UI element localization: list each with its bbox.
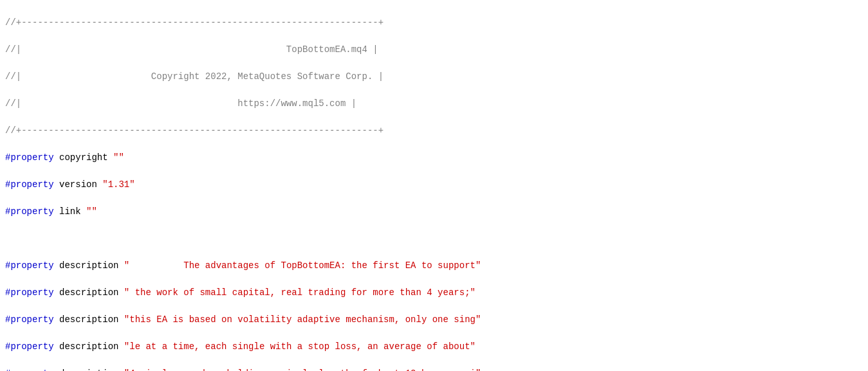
code-container: //+-------------------------------------… — [0, 0, 868, 371]
header-line-3: //| Copyright 2022, MetaQuotes Software … — [5, 71, 383, 82]
property-value-1: "" — [113, 152, 124, 163]
desc-name-4: description — [54, 341, 124, 352]
property-value-2: "1.31" — [102, 179, 134, 190]
property-keyword-3: #property — [5, 206, 54, 217]
desc-keyword-4: #property — [5, 341, 54, 352]
desc-value-1: " The advantages of TopBottomEA: the fir… — [124, 260, 481, 271]
property-name-2: version — [54, 179, 103, 190]
property-name-3: link — [54, 206, 86, 217]
desc-keyword-2: #property — [5, 287, 54, 298]
desc-keyword-3: #property — [5, 314, 54, 325]
desc-name-1: description — [54, 260, 124, 271]
desc-name-5: description — [54, 368, 124, 371]
header-line-1: //+-------------------------------------… — [5, 17, 383, 28]
desc-keyword-5: #property — [5, 368, 54, 371]
desc-name-2: description — [54, 287, 124, 298]
desc-value-3: "this EA is based on volatility adaptive… — [124, 314, 481, 325]
property-name-1: copyright — [54, 152, 113, 163]
property-keyword-2: #property — [5, 179, 54, 190]
property-keyword-1: #property — [5, 152, 54, 163]
property-value-3: "" — [86, 206, 97, 217]
desc-name-3: description — [54, 314, 124, 325]
header-line-2: //| TopBottomEA.mq4 | — [5, 44, 378, 55]
desc-value-4: "le at a time, each single with a stop l… — [124, 341, 476, 352]
desc-value-5: "4 single per day, holding a single leng… — [124, 368, 481, 371]
header-line-5: //+-------------------------------------… — [5, 125, 383, 136]
desc-value-2: " the work of small capital, real tradin… — [124, 287, 476, 298]
header-line-4: //| https://www.mql5.com | — [5, 98, 356, 109]
desc-keyword-1: #property — [5, 260, 54, 271]
